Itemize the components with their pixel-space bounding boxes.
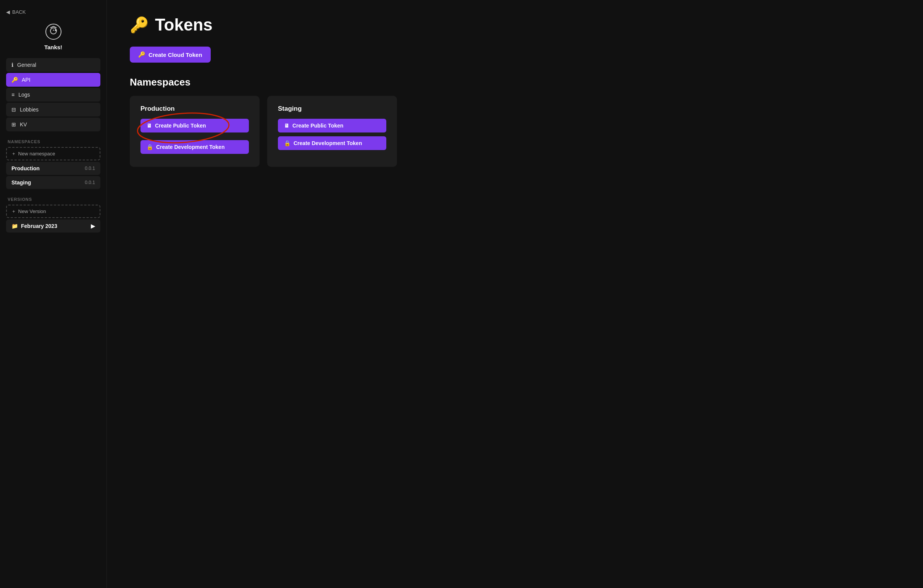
plus-icon: + <box>12 151 15 156</box>
new-version-label: New Version <box>18 209 46 214</box>
svg-point-5 <box>53 30 54 31</box>
sidebar-version-february-2023[interactable]: 📁 February 2023 ▶ <box>6 220 100 233</box>
logs-label: Logs <box>18 92 30 98</box>
create-public-token-production-button[interactable]: 🖥 Create Public Token <box>140 119 249 133</box>
namespaces-section-label: NAMESPACES <box>8 140 100 144</box>
sidebar-item-general[interactable]: ℹ General <box>6 58 100 72</box>
namespace-production-name: Production <box>11 165 40 171</box>
namespaces-section-title: Namespaces <box>130 76 900 88</box>
namespace-staging-version: 0.0.1 <box>85 180 95 185</box>
sidebar-item-kv[interactable]: ⊞ KV <box>6 118 100 131</box>
api-icon: 🔑 <box>11 77 18 83</box>
general-icon: ℹ <box>11 62 13 68</box>
back-button[interactable]: ◀ BACK <box>6 9 100 15</box>
create-public-token-production-wrapper: 🖥 Create Public Token <box>140 119 249 136</box>
create-cloud-token-label: Create Cloud Token <box>148 51 202 58</box>
folder-icon: 📁 <box>11 223 18 229</box>
sidebar-item-logs[interactable]: ≡ Logs <box>6 88 100 102</box>
create-dev-token-staging-button[interactable]: 🔒 Create Development Token <box>278 136 386 150</box>
production-card-title: Production <box>140 105 249 113</box>
new-namespace-label: New namespace <box>18 151 55 156</box>
kv-icon: ⊞ <box>11 122 16 128</box>
page-header: 🔑 Tokens <box>130 15 900 34</box>
namespace-staging-name: Staging <box>11 179 31 186</box>
sidebar-namespace-staging[interactable]: Staging 0.0.1 <box>6 176 100 189</box>
cloud-key-icon: 🔑 <box>138 51 145 58</box>
create-cloud-token-button[interactable]: 🔑 Create Cloud Token <box>130 47 211 62</box>
lobbies-label: Lobbies <box>20 107 39 113</box>
new-version-button[interactable]: + New Version <box>6 205 100 218</box>
app-icon-area: Tanks! <box>6 23 100 50</box>
create-dev-token-staging-label: Create Development Token <box>294 140 362 146</box>
versions-section-label: VERSIONS <box>8 197 100 202</box>
plus-new-version-icon: + <box>12 209 15 214</box>
version-name: February 2023 <box>21 223 57 229</box>
kv-label: KV <box>20 122 27 128</box>
app-name: Tanks! <box>44 44 62 50</box>
create-public-token-staging-button[interactable]: 🖥 Create Public Token <box>278 119 386 133</box>
new-namespace-button[interactable]: + New namespace <box>6 147 100 160</box>
create-public-token-staging-label: Create Public Token <box>292 123 343 129</box>
sidebar-item-lobbies[interactable]: ⊟ Lobbies <box>6 103 100 117</box>
main-content: 🔑 Tokens 🔑 Create Cloud Token Namespaces… <box>107 0 923 588</box>
create-public-token-production-label: Create Public Token <box>155 123 206 129</box>
lock-icon-staging-dev: 🔒 <box>284 140 291 146</box>
app-icon <box>44 23 62 41</box>
monitor-icon-prod-public: 🖥 <box>146 123 152 129</box>
version-chevron-icon: ▶ <box>91 223 95 229</box>
back-arrow-icon: ◀ <box>6 9 10 15</box>
staging-card: Staging 🖥 Create Public Token 🔒 Create D… <box>267 96 397 167</box>
create-dev-token-production-button[interactable]: 🔒 Create Development Token <box>140 140 249 154</box>
staging-card-title: Staging <box>278 105 386 113</box>
back-label: BACK <box>12 9 26 15</box>
logs-icon: ≡ <box>11 92 15 98</box>
sidebar: ◀ BACK Tanks! ℹ General 🔑 API ≡ Logs ⊟ L… <box>0 0 107 588</box>
svg-point-4 <box>54 30 56 31</box>
create-dev-token-production-label: Create Development Token <box>156 144 225 150</box>
production-card: Production 🖥 Create Public Token 🔒 Creat… <box>130 96 259 167</box>
page-title: Tokens <box>155 15 213 34</box>
general-label: General <box>17 62 36 68</box>
page-title-icon: 🔑 <box>130 16 149 34</box>
sidebar-namespace-production[interactable]: Production 0.0.1 <box>6 162 100 175</box>
api-label: API <box>22 77 31 83</box>
namespace-cards: Production 🖥 Create Public Token 🔒 Creat… <box>130 96 900 167</box>
lobbies-icon: ⊟ <box>11 107 16 113</box>
sidebar-item-api[interactable]: 🔑 API <box>6 73 100 87</box>
monitor-icon-staging-public: 🖥 <box>284 123 289 129</box>
lock-icon-prod-dev: 🔒 <box>146 144 153 150</box>
namespace-production-version: 0.0.1 <box>85 166 95 171</box>
